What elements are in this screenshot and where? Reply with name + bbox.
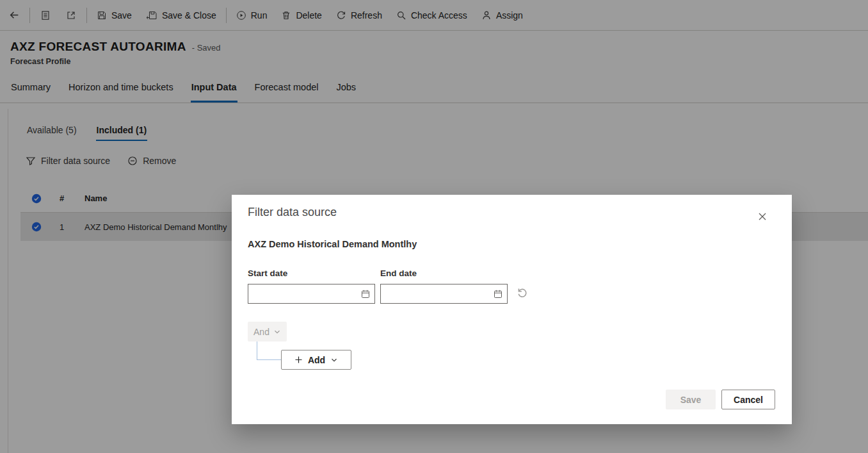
- dialog-cancel-button[interactable]: Cancel: [721, 390, 775, 409]
- undo-icon: [516, 286, 528, 299]
- end-date-field: [380, 284, 508, 304]
- calendar-icon: [360, 289, 371, 299]
- end-date-calendar-button[interactable]: [492, 288, 504, 301]
- start-date-input[interactable]: [253, 289, 359, 299]
- condition-operator-dropdown[interactable]: And: [248, 322, 287, 342]
- condition-tree-connector: [257, 359, 281, 360]
- operator-label: And: [253, 327, 269, 337]
- dialog-save-button[interactable]: Save: [666, 390, 716, 409]
- dialog-close-button[interactable]: [755, 209, 770, 224]
- end-date-label: End date: [380, 268, 417, 278]
- filter-data-source-dialog: Filter data source AXZ Demo Historical D…: [232, 195, 792, 424]
- start-date-label: Start date: [248, 268, 287, 278]
- calendar-icon: [493, 289, 503, 299]
- chevron-down-icon: [273, 328, 281, 336]
- start-date-field: [248, 284, 375, 304]
- dialog-save-label: Save: [680, 395, 702, 405]
- add-condition-button[interactable]: Add: [281, 350, 351, 370]
- plus-icon: [294, 356, 303, 364]
- dialog-cancel-label: Cancel: [734, 395, 763, 405]
- data-source-name: AXZ Demo Historical Demand Montlhy: [248, 239, 417, 249]
- chevron-down-icon: [330, 356, 338, 364]
- close-icon: [758, 212, 767, 221]
- dialog-title: Filter data source: [248, 206, 337, 219]
- start-date-calendar-button[interactable]: [359, 288, 372, 301]
- reset-dates-button[interactable]: [516, 286, 528, 299]
- add-button-label: Add: [308, 355, 325, 365]
- end-date-input[interactable]: [386, 289, 492, 299]
- condition-tree-connector: [257, 342, 257, 359]
